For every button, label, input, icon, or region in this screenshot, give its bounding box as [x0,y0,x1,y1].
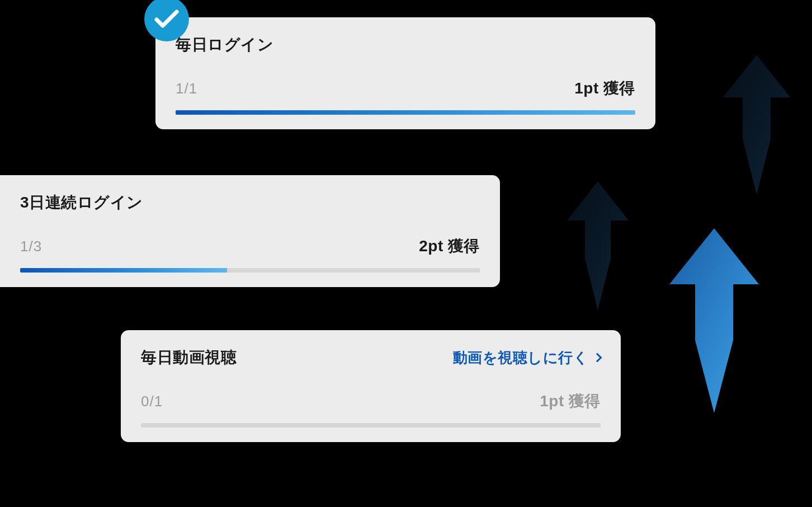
reward-label: 1pt 獲得 [574,78,635,99]
mission-card-daily-login: 毎日ログイン 1/1 1pt 獲得 [155,17,655,129]
reward-label: 1pt 獲得 [540,391,601,412]
mission-card-daily-video: 毎日動画視聴 動画を視聴しに行く 0/1 1pt 獲得 [121,330,621,442]
card-title: 3日連続ログイン [20,192,143,213]
progress-count: 1/3 [20,238,42,255]
progress-fill [176,110,635,115]
card-title: 毎日動画視聴 [141,347,237,368]
card-header: 毎日動画視聴 動画を視聴しに行く [141,347,601,368]
progress-row: 1/1 1pt 獲得 [176,78,635,99]
arrow-up-icon [567,181,629,310]
watch-video-link[interactable]: 動画を視聴しに行く [453,348,601,368]
progress-fill [20,268,227,273]
progress-row: 1/3 2pt 獲得 [20,236,480,257]
action-link-label: 動画を視聴しに行く [453,348,589,368]
progress-row: 0/1 1pt 獲得 [141,391,601,412]
mission-card-consecutive-login: 3日連続ログイン 1/3 2pt 獲得 [0,175,500,287]
card-header: 3日連続ログイン [20,192,480,213]
check-icon [154,10,179,29]
progress-count: 1/1 [176,80,197,97]
card-title: 毎日ログイン [176,34,273,55]
arrow-up-icon [723,55,790,195]
progress-bar [141,423,601,428]
card-header: 毎日ログイン [176,34,635,55]
progress-count: 0/1 [141,393,163,410]
reward-label: 2pt 獲得 [419,236,480,257]
arrow-up-icon [669,228,759,413]
progress-bar [20,268,480,273]
progress-bar [176,110,635,115]
chevron-right-icon [593,353,602,363]
